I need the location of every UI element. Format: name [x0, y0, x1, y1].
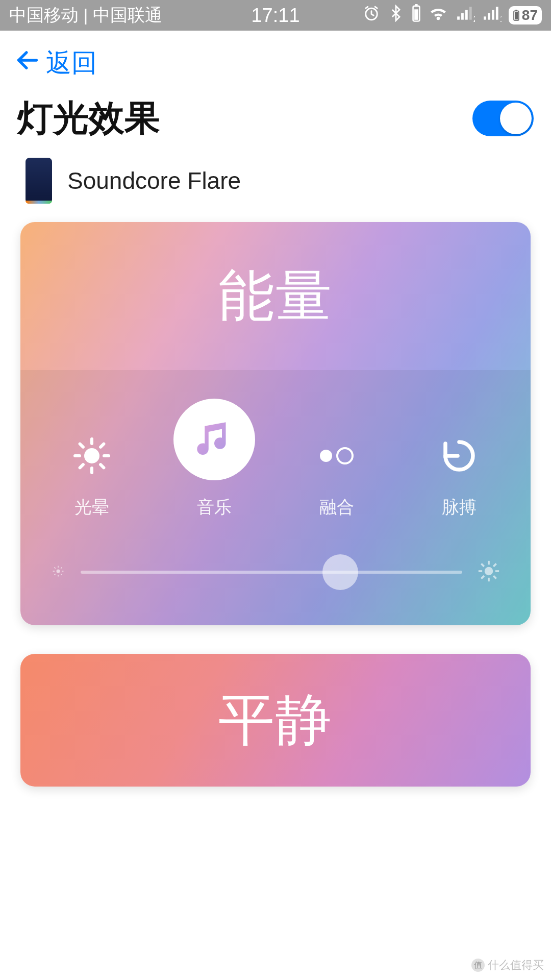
- carrier-label: 中国移动 | 中国联通: [9, 4, 162, 27]
- svg-point-18: [84, 448, 99, 463]
- svg-rect-2: [415, 4, 417, 6]
- svg-text:2: 2: [473, 15, 475, 23]
- fusion-icon: [312, 431, 361, 480]
- svg-rect-7: [469, 7, 472, 19]
- svg-line-25: [80, 464, 83, 468]
- svg-rect-16: [515, 12, 518, 19]
- svg-point-36: [485, 567, 493, 576]
- svg-line-41: [481, 564, 484, 567]
- mode-music-label: 音乐: [197, 496, 232, 519]
- svg-rect-6: [465, 10, 468, 20]
- svg-rect-12: [496, 7, 498, 19]
- mode-halo-label: 光晕: [74, 496, 109, 519]
- brightness-high-icon: [478, 560, 500, 584]
- signal1-icon: 2: [456, 4, 475, 27]
- refresh-icon: [435, 431, 484, 480]
- svg-line-44: [493, 564, 496, 567]
- watermark: 值什么值得买: [471, 958, 544, 973]
- slider-thumb[interactable]: [322, 554, 358, 590]
- signal2-icon: 1: [482, 4, 502, 27]
- status-bar: 中国移动 | 中国联通 17:11 2 1 87: [0, 0, 551, 31]
- mode-halo[interactable]: 光晕: [46, 431, 138, 519]
- card-calm[interactable]: 平静: [20, 654, 531, 787]
- card-calm-title: 平静: [218, 682, 333, 758]
- svg-rect-10: [488, 13, 490, 20]
- back-button[interactable]: 返回: [0, 31, 551, 90]
- effects-toggle[interactable]: [472, 101, 534, 136]
- svg-rect-11: [492, 10, 494, 20]
- svg-rect-9: [484, 16, 486, 19]
- svg-line-24: [101, 464, 104, 468]
- svg-line-35: [61, 567, 62, 568]
- back-label: 返回: [46, 46, 97, 80]
- bluetooth-icon: [387, 5, 405, 26]
- svg-rect-3: [414, 9, 418, 20]
- sun-icon: [67, 431, 116, 480]
- brightness-slider[interactable]: [81, 571, 462, 574]
- svg-text:1: 1: [500, 15, 502, 23]
- svg-line-32: [54, 567, 55, 568]
- battery-bt-icon: [412, 4, 421, 27]
- card-energy: 能量 光晕 音乐: [20, 222, 531, 625]
- svg-rect-5: [461, 13, 464, 20]
- mode-music[interactable]: 音乐: [168, 399, 260, 519]
- card-energy-title: 能量: [218, 258, 333, 334]
- music-note-icon: [173, 399, 255, 480]
- wifi-icon: [428, 3, 448, 28]
- brightness-low-icon: [51, 564, 65, 580]
- svg-line-42: [493, 576, 496, 579]
- svg-point-27: [57, 570, 60, 573]
- device-row[interactable]: Soundcore Flare: [0, 153, 551, 222]
- svg-rect-15: [515, 10, 517, 11]
- svg-line-43: [481, 576, 484, 579]
- battery-badge: 87: [509, 6, 542, 24]
- mode-pulse-label: 脉搏: [442, 496, 477, 519]
- svg-line-33: [61, 574, 62, 575]
- mode-fusion-label: 融合: [319, 496, 354, 519]
- svg-line-23: [80, 444, 83, 447]
- device-name: Soundcore Flare: [67, 167, 241, 194]
- svg-line-26: [101, 444, 104, 447]
- mode-fusion[interactable]: 融合: [291, 431, 383, 519]
- card-energy-header[interactable]: 能量: [20, 222, 531, 370]
- speaker-icon: [26, 158, 52, 204]
- clock: 17:11: [251, 5, 299, 27]
- svg-line-34: [54, 574, 55, 575]
- mode-pulse[interactable]: 脉搏: [413, 431, 505, 519]
- page-title: 灯光效果: [17, 94, 160, 142]
- svg-rect-4: [457, 16, 460, 19]
- alarm-icon: [363, 5, 380, 26]
- arrow-left-icon: [14, 47, 41, 80]
